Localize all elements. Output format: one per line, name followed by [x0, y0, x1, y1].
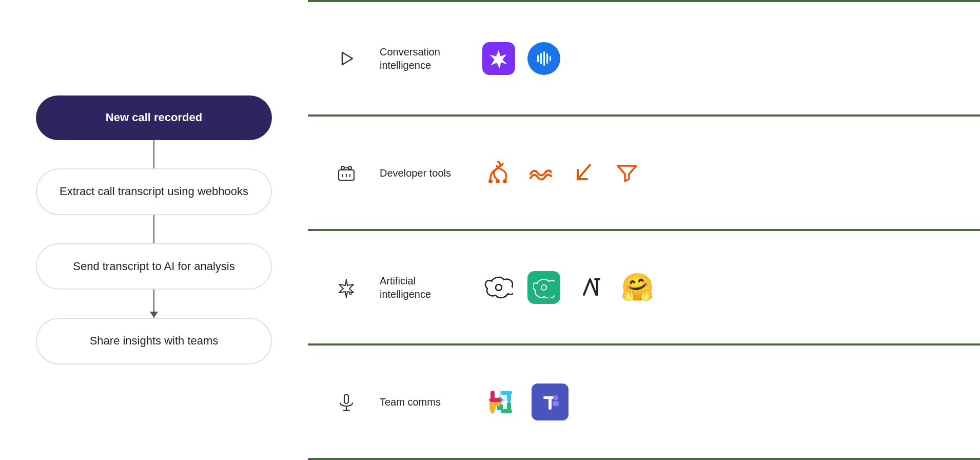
send-ai-label: Send transcript to AI for analysis — [73, 260, 235, 273]
arrow-down-icon[interactable] — [569, 158, 599, 188]
svg-point-43 — [553, 395, 558, 400]
webhook-icon[interactable] — [482, 158, 513, 188]
svg-point-9 — [348, 166, 351, 169]
svg-rect-33 — [489, 398, 501, 402]
category-artificial-intelligence: Artificial intelligence — [308, 231, 980, 343]
comms-apps — [482, 384, 569, 420]
svg-point-8 — [341, 166, 344, 169]
ai-icon — [334, 275, 359, 300]
conversation-icon — [334, 46, 359, 71]
connector-3-arrow — [153, 290, 154, 318]
send-ai-box: Send transcript to AI for analysis — [36, 243, 272, 290]
share-label: Share insights with teams — [90, 334, 219, 347]
svg-rect-44 — [553, 401, 559, 406]
svg-rect-23 — [344, 394, 348, 404]
filter-icon[interactable] — [612, 158, 642, 188]
conversation-label: Conversation intelligence — [380, 45, 462, 72]
chatgpt-icon[interactable] — [527, 271, 560, 304]
connector-2 — [153, 215, 154, 243]
huggingface-icon[interactable]: 🤗 — [620, 270, 655, 305]
svg-point-19 — [496, 284, 502, 291]
svg-rect-37 — [489, 402, 501, 406]
right-panel: Conversation intelligence — [308, 0, 980, 460]
anthropic-icon[interactable] — [573, 270, 607, 305]
ai-apps: 🤗 — [482, 270, 655, 305]
extract-label: Extract call transcript using webhooks — [60, 185, 248, 198]
audiomack-icon[interactable] — [527, 42, 560, 75]
slack-icon[interactable] — [482, 384, 519, 420]
ai-label: Artificial intelligence — [380, 274, 462, 301]
extract-box: Extract call transcript using webhooks — [36, 168, 272, 215]
svg-rect-35 — [501, 391, 512, 395]
svg-point-18 — [349, 293, 351, 295]
developer-apps — [482, 158, 642, 188]
svg-rect-4 — [543, 51, 545, 66]
share-box: Share insights with teams — [36, 318, 272, 365]
comms-icon — [334, 389, 359, 415]
category-team-comms: Team comms — [308, 346, 980, 458]
teams-icon[interactable] — [532, 384, 569, 420]
conversation-apps — [482, 42, 560, 75]
new-call-label: New call recorded — [106, 111, 202, 124]
svg-rect-3 — [540, 53, 542, 64]
svg-rect-5 — [546, 53, 548, 64]
tilde-icon[interactable] — [525, 158, 556, 188]
svg-rect-39 — [501, 409, 512, 413]
svg-point-20 — [541, 285, 546, 290]
svg-rect-6 — [550, 56, 551, 61]
step-share: Share insights with teams — [31, 318, 277, 365]
wolfram-icon[interactable] — [482, 42, 515, 75]
step-send-ai: Send transcript to AI for analysis — [31, 243, 277, 290]
svg-point-16 — [503, 179, 507, 183]
svg-point-15 — [496, 179, 500, 183]
step-new-call: New call recorded — [31, 95, 277, 140]
new-call-box: New call recorded — [36, 95, 272, 140]
svg-rect-2 — [537, 55, 539, 62]
category-developer-tools: Developer tools — [308, 117, 980, 229]
svg-rect-42 — [548, 396, 552, 410]
step-extract: Extract call transcript using webhooks — [31, 168, 277, 215]
developer-label: Developer tools — [380, 166, 462, 180]
left-panel: New call recorded Extract call transcrip… — [0, 0, 308, 460]
developer-icon — [334, 160, 359, 186]
comms-label: Team comms — [380, 395, 462, 409]
svg-marker-1 — [490, 50, 507, 68]
svg-marker-0 — [342, 52, 352, 65]
svg-point-14 — [488, 179, 493, 183]
category-conversation-intelligence: Conversation intelligence — [308, 2, 980, 114]
connector-1 — [153, 140, 154, 168]
openai-icon[interactable] — [482, 271, 515, 304]
